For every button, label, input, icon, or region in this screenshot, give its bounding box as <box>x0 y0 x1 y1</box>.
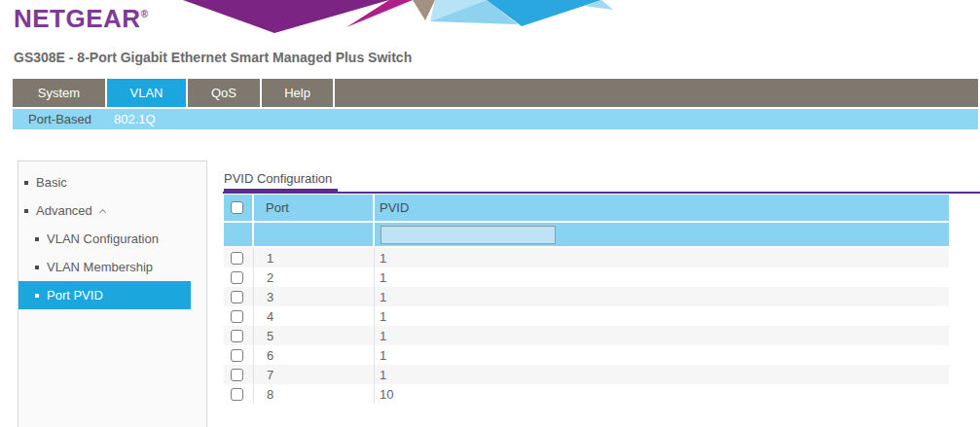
row-select-cell <box>224 365 254 384</box>
sub-nav: Port-Based802.1Q <box>13 109 978 129</box>
table-row: 61 <box>224 345 949 365</box>
bullet-icon <box>35 294 39 298</box>
main-nav: SystemVLANQoSHelp <box>13 79 978 107</box>
subnav-item-802.1q[interactable]: 802.1Q <box>107 112 163 126</box>
table-row: 31 <box>224 287 949 306</box>
sidebar-item-label: Advanced <box>36 203 92 218</box>
filter-port-cell <box>254 223 375 246</box>
nav-tab-system[interactable]: System <box>13 79 107 107</box>
row-checkbox[interactable] <box>231 349 243 362</box>
port-cell: 4 <box>254 306 375 326</box>
select-all-cell <box>224 195 254 221</box>
sidebar-item-vlan-configuration[interactable]: VLAN Configuration <box>18 225 191 253</box>
row-select-cell <box>224 267 254 287</box>
subnav-item-port-based[interactable]: Port-Based <box>21 112 98 126</box>
nav-tab-help[interactable]: Help <box>262 79 335 107</box>
row-select-cell <box>224 326 254 345</box>
table-row: 51 <box>224 326 949 345</box>
row-select-cell <box>224 384 254 404</box>
table-header-row: Port PVID <box>224 195 949 221</box>
banner-graphic <box>165 0 615 35</box>
sidebar-item-port-pvid[interactable]: Port PVID <box>18 281 191 309</box>
table-row: 11 <box>224 248 949 267</box>
pvid-table: Port PVID 11213141516171810 <box>224 195 949 404</box>
pvid-cell: 1 <box>375 365 949 384</box>
sidebar-item-vlan-membership[interactable]: VLAN Membership <box>18 253 191 281</box>
row-select-cell <box>224 306 254 326</box>
port-cell: 7 <box>254 365 375 384</box>
bullet-icon <box>35 266 39 269</box>
port-cell: 5 <box>254 326 375 345</box>
pvid-cell: 1 <box>375 267 949 287</box>
sidebar-item-label: Basic <box>36 175 67 190</box>
table-body: 11213141516171810 <box>224 248 949 404</box>
nav-tabs: SystemVLANQoSHelp <box>13 79 335 107</box>
sidebar: BasicAdvancedVLAN ConfigurationVLAN Memb… <box>18 160 207 427</box>
device-title: GS308E - 8-Port Gigabit Ethernet Smart M… <box>14 50 412 65</box>
sidebar-item-label: VLAN Configuration <box>47 231 159 246</box>
port-cell: 2 <box>254 267 375 287</box>
pvid-cell: 1 <box>375 287 949 306</box>
row-checkbox[interactable] <box>231 271 243 284</box>
port-cell: 1 <box>254 248 375 267</box>
col-header-port: Port <box>254 195 375 221</box>
bullet-icon <box>24 209 28 213</box>
row-select-cell <box>224 248 254 267</box>
nav-tab-qos[interactable]: QoS <box>188 79 262 107</box>
registered-mark: ® <box>141 9 149 19</box>
sidebar-item-label: VLAN Membership <box>47 260 153 274</box>
section-title-wrap: PVID Configuration <box>223 169 980 194</box>
select-all-checkbox[interactable] <box>231 201 243 214</box>
port-cell: 6 <box>254 345 375 365</box>
row-checkbox[interactable] <box>231 252 243 265</box>
sidebar-item-advanced[interactable]: Advanced <box>18 196 191 225</box>
row-checkbox[interactable] <box>231 291 243 303</box>
logo-text: NETGEAR <box>14 4 141 33</box>
pvid-cell: 1 <box>375 306 949 326</box>
table-row: 41 <box>224 306 949 326</box>
filter-check-cell <box>224 223 254 246</box>
pvid-cell: 1 <box>375 248 949 267</box>
pvid-cell: 10 <box>375 384 949 404</box>
row-checkbox[interactable] <box>231 330 243 342</box>
page-title: PVID Configuration <box>224 171 338 194</box>
collapse-caret-icon[interactable] <box>99 208 106 215</box>
table-row: 71 <box>224 365 949 384</box>
netgear-logo: NETGEAR® <box>14 4 149 34</box>
table-filter-row <box>224 223 949 246</box>
bullet-icon <box>35 237 39 241</box>
row-checkbox[interactable] <box>231 369 243 381</box>
col-header-pvid: PVID <box>375 195 949 221</box>
nav-tab-vlan[interactable]: VLAN <box>107 79 188 107</box>
table-row: 21 <box>224 267 949 287</box>
sidebar-item-basic[interactable]: Basic <box>18 168 191 196</box>
row-checkbox[interactable] <box>231 310 243 323</box>
filter-pvid-cell <box>375 223 949 246</box>
pvid-cell: 1 <box>375 345 949 365</box>
sidebar-item-label: Port PVID <box>47 288 103 302</box>
pvid-filter-input[interactable] <box>381 226 556 244</box>
row-select-cell <box>224 287 254 306</box>
row-select-cell <box>224 345 254 365</box>
pvid-cell: 1 <box>375 326 949 345</box>
row-checkbox[interactable] <box>231 388 243 401</box>
port-cell: 8 <box>254 384 375 404</box>
bullet-icon <box>24 181 28 185</box>
table-row: 810 <box>224 384 949 404</box>
port-cell: 3 <box>254 287 375 306</box>
